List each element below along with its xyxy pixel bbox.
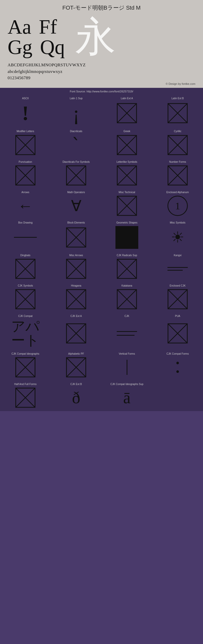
label-boxdrawing: Box Drawing — [18, 221, 33, 224]
glyph-math: ∀ — [71, 197, 81, 215]
label-blockelems: Block Elements — [67, 221, 85, 224]
cell-arrows: Arrows ← — [0, 189, 51, 219]
glyph-amacron: ā — [123, 388, 131, 407]
cell-alphabeticpf: Alphabetic PF — [51, 350, 101, 381]
content-blockelems — [52, 226, 100, 249]
cell-enclosed: Enclosed Alphanum 1 — [152, 189, 203, 219]
cell-greek: Greek — [101, 128, 152, 158]
content-latinexta — [103, 102, 151, 125]
cell-cjk: CJK — [101, 313, 152, 350]
glyph-katakana-block: ア パ ー ト — [11, 319, 40, 347]
glyph-black-square — [115, 226, 138, 249]
cell-diacsymbols: Diacriticals For Symbols — [51, 158, 101, 189]
content-cjkextb: ð — [52, 388, 100, 408]
letter-F: Ff — [39, 17, 57, 37]
cell-blockelems: Block Elements — [51, 219, 101, 252]
cell-enclosedcjk: Enclosed CJK — [152, 282, 203, 313]
placeholder-latinextb — [167, 103, 188, 123]
content-modletters — [1, 135, 50, 155]
content-cjkcompatforms — [153, 357, 202, 378]
content-letterlike — [103, 165, 151, 186]
label-mathops: Math Operators — [67, 191, 85, 194]
content-cjkexta — [52, 319, 100, 347]
label-latinexta: Latin Ext A — [121, 97, 133, 100]
content-dingbats — [1, 259, 50, 279]
label-geoshapes: Geometric Shapes — [116, 221, 138, 224]
glyph-grid: ASCII ! Latin 1 Sup ¡ Latin Ext A Latin … — [0, 95, 203, 411]
cell-cjkcompatforms: CJK Compat Forms — [152, 350, 203, 381]
label-diacriticals: Diacriticals — [70, 130, 82, 133]
content-cjkradicalsup — [103, 259, 151, 279]
glyph-circle-one: 1 — [167, 196, 188, 216]
glyph-exclamation: ! — [22, 102, 29, 125]
content-ascii: ! — [1, 102, 50, 125]
label-miscarrows: Misc Arrows — [69, 254, 83, 257]
preview-row-2: Gg Qq — [8, 37, 65, 57]
label-hiragana: Hiragana — [71, 284, 81, 287]
content-punctuation — [1, 165, 50, 186]
glyph-kata-a: ア — [11, 319, 25, 333]
label-katakana: Katakana — [122, 284, 132, 287]
content-alphabeticpf — [52, 357, 100, 378]
placeholder-latinexta — [117, 103, 137, 123]
label-cjkextb: CJK Ext B — [70, 383, 82, 386]
content-pua — [153, 319, 202, 347]
glyph-vertical-line — [127, 360, 127, 375]
alphabet-upper: ABCDEFGHIJKLMNOPQRSTUVWXYZ abcdefghijklm… — [8, 62, 195, 81]
content-numberforms — [153, 165, 202, 186]
content-cyrillic — [153, 135, 202, 155]
content-enclosed: 1 — [153, 196, 202, 216]
content-miscarrows — [52, 259, 100, 279]
label-modletters: Modifier Letters — [17, 130, 34, 133]
placeholder-cjkexta — [66, 323, 86, 344]
content-enclosedcjk — [153, 289, 202, 310]
placeholder-blockelems — [66, 227, 86, 248]
placeholder-cyrillic — [167, 135, 188, 155]
placeholder-numberforms — [167, 165, 188, 186]
cell-latinextb: Latin Ext B — [152, 95, 203, 128]
glyph-sun: ☀ — [171, 228, 184, 246]
cell-boxdrawing: Box Drawing — [0, 219, 51, 252]
placeholder-cjksymbols — [15, 289, 36, 309]
content-halffullfoms — [1, 388, 50, 408]
content-diacriticals: ˋ — [52, 135, 100, 155]
cell-cjksymbols: CJK Symbols — [0, 282, 51, 313]
glyph-kangxi-line1 — [167, 267, 188, 268]
cell-empty — [152, 381, 203, 411]
label-greek: Greek — [123, 130, 130, 133]
cell-latinexta: Latin Ext A — [101, 95, 152, 128]
content-latin1sup: ¡ — [52, 102, 100, 125]
content-kangxi — [153, 259, 202, 279]
content-cjkcompatideographssup: ā — [103, 388, 151, 408]
label-halffullfoms: Half And Full Forms — [14, 383, 37, 386]
label-verticalforms: Vertical Forms — [119, 352, 135, 355]
glyph-modifier: ˋ — [72, 135, 81, 155]
label-kangxi: Kangxi — [174, 254, 182, 257]
content-hiragana — [52, 289, 100, 310]
label-ascii: ASCII — [22, 97, 29, 100]
glyph-cjk-line2 — [117, 335, 134, 336]
cell-misctech: Misc Technical — [101, 189, 152, 219]
cell-halffullfoms: Half And Full Forms — [0, 381, 51, 411]
cell-cjkradicalsup: CJK Radicals Sup — [101, 252, 152, 282]
label-cjkcompatforms: CJK Compat Forms — [166, 352, 189, 355]
cell-dingbats: Dingbats — [0, 252, 51, 282]
glyph-dot2 — [176, 370, 179, 373]
content-cjkcompatideographs — [1, 357, 50, 378]
label-dingbats: Dingbats — [20, 254, 30, 257]
font-source: Font Source: http://www.fontke.com/font/… — [0, 89, 203, 95]
cell-cjkcompatideographssup: CJK Compat Ideographs Sup ā — [101, 381, 152, 411]
glyph-kata-pa: パ — [25, 319, 40, 333]
content-arrows: ← — [1, 196, 50, 216]
label-cjkradicalsup: CJK Radicals Sup — [117, 254, 137, 257]
content-miscsymbols: ☀ — [153, 226, 202, 249]
content-mathops: ∀ — [52, 196, 100, 216]
placeholder-dingbats — [15, 259, 36, 279]
letter-A: Aa — [8, 17, 31, 37]
cell-verticalforms: Vertical Forms — [101, 350, 152, 381]
label-punctuation: Punctuation — [19, 160, 32, 163]
copyright: © Design by fontke.com — [8, 82, 195, 85]
cell-cjkextb: CJK Ext B ð — [51, 381, 101, 411]
letter-Q: Qq — [40, 37, 65, 57]
content-verticalforms — [103, 357, 151, 378]
